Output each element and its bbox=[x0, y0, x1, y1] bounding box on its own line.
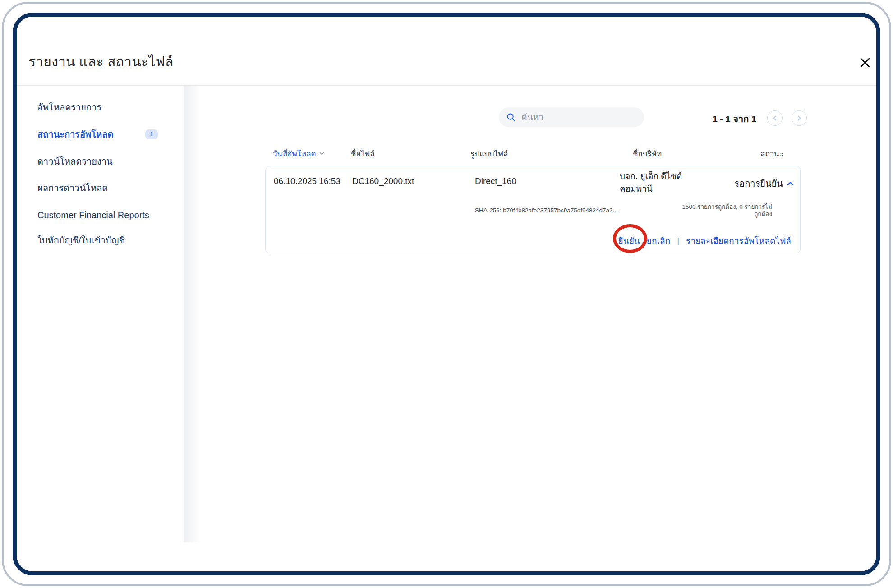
actions-separator: | bbox=[677, 236, 679, 246]
chevron-up-icon bbox=[787, 181, 794, 186]
sidebar-item-label: ใบหักบัญชี/ใบเข้าบัญชี bbox=[37, 235, 125, 245]
sidebar-item-label: Customer Financial Reports bbox=[37, 210, 149, 220]
sidebar-item-label: อัพโหลดรายการ bbox=[37, 102, 101, 112]
record-counts-line1: 1500 รายการถูกต้อง, 0 รายการไม่ bbox=[650, 203, 772, 211]
sha-checksum-text: SHA-256: b70f4b82afe237957bc9a75df94824d… bbox=[475, 207, 618, 214]
status-toggle[interactable]: รอการยืนยัน bbox=[734, 176, 794, 191]
search-icon bbox=[506, 112, 516, 122]
row-actions: ยืนยัน ยกเลิก | รายละเอียดการอัพโหลดไฟล์ bbox=[618, 234, 791, 248]
status-label: รอการยืนยัน bbox=[734, 176, 783, 191]
pagination-range: 1 - 1 จาก 1 bbox=[671, 112, 756, 126]
column-header-company-name: ชื่อบริษัท bbox=[633, 147, 662, 160]
sidebar-item-label: ผลการดาวน์โหลด bbox=[37, 183, 108, 193]
sidebar-item-upload-status[interactable]: สถานะการอัพโหลด 1 bbox=[17, 125, 184, 143]
cancel-link[interactable]: ยกเลิก bbox=[647, 234, 670, 248]
sidebar: อัพโหลดรายการ สถานะการอัพโหลด 1 ดาวน์โหล… bbox=[17, 86, 184, 542]
sidebar-item-download-reports[interactable]: ดาวน์โหลดรายงาน bbox=[17, 152, 184, 170]
chevron-left-icon bbox=[772, 115, 778, 121]
column-header-label: วันที่อัพโหลด bbox=[273, 147, 316, 160]
search-box bbox=[499, 107, 644, 127]
sidebar-item-label: ดาวน์โหลดรายงาน bbox=[37, 156, 113, 166]
cell-company-name: บจก. ยูเอ็ก ดีไซต์ คอมพานี bbox=[620, 170, 682, 195]
page-title: รายงาน และ สถานะไฟล์ bbox=[28, 51, 174, 72]
sidebar-edge-shadow bbox=[184, 86, 201, 542]
upload-row-card: 06.10.2025 16:53 DC160_2000.txt Direct_1… bbox=[265, 166, 801, 253]
cell-file-name: DC160_2000.txt bbox=[352, 176, 414, 186]
modal-content: รายงาน และ สถานะไฟล์ อัพโหลดรายการ สถานะ… bbox=[17, 17, 876, 571]
company-name-line2: คอมพานี bbox=[620, 183, 682, 195]
sidebar-item-label: สถานะการอัพโหลด bbox=[37, 129, 113, 139]
sort-chevron-down-icon bbox=[319, 152, 324, 156]
screenshot-canvas: รายงาน และ สถานะไฟล์ อัพโหลดรายการ สถานะ… bbox=[0, 0, 893, 588]
sidebar-item-debit-credit-slips[interactable]: ใบหักบัญชี/ใบเข้าบัญชี bbox=[17, 231, 184, 249]
company-name-line1: บจก. ยูเอ็ก ดีไซต์ bbox=[620, 170, 682, 183]
chevron-right-icon bbox=[796, 115, 802, 121]
close-button[interactable] bbox=[855, 53, 875, 73]
search-input[interactable] bbox=[521, 112, 637, 122]
cell-upload-date: 06.10.2025 16:53 bbox=[274, 176, 341, 186]
pagination-next-button[interactable] bbox=[792, 110, 807, 126]
sidebar-item-download-results[interactable]: ผลการดาวน์โหลด bbox=[17, 179, 184, 197]
confirm-link[interactable]: ยืนยัน bbox=[618, 234, 640, 248]
pagination-prev-button[interactable] bbox=[767, 110, 783, 126]
cell-file-format: Direct_160 bbox=[475, 176, 516, 186]
record-counts-text: 1500 รายการถูกต้อง, 0 รายการไม่ ถูกต้อง bbox=[650, 203, 772, 218]
column-header-file-name: ชื่อไฟล์ bbox=[351, 147, 375, 160]
column-header-status: สถานะ bbox=[711, 147, 783, 160]
upload-details-link[interactable]: รายละเอียดการอัพโหลดไฟล์ bbox=[686, 234, 791, 248]
sidebar-item-customer-financial-reports[interactable]: Customer Financial Reports bbox=[17, 206, 184, 224]
column-header-file-format: รูปแบบไฟล์ bbox=[470, 147, 508, 160]
column-header-upload-date[interactable]: วันที่อัพโหลด bbox=[273, 147, 324, 160]
sidebar-item-upload-list[interactable]: อัพโหลดรายการ bbox=[17, 98, 184, 116]
record-counts-line2: ถูกต้อง bbox=[650, 211, 772, 218]
count-badge: 1 bbox=[145, 129, 158, 139]
close-icon bbox=[859, 56, 871, 70]
modal-window: รายงาน และ สถานะไฟล์ อัพโหลดรายการ สถานะ… bbox=[13, 13, 880, 575]
